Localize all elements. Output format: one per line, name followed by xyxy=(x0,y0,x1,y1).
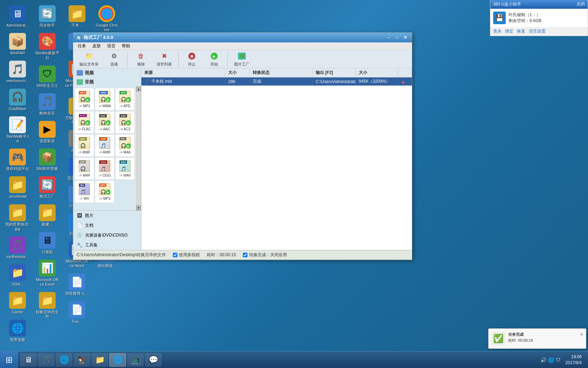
menu-task[interactable]: 任务 xyxy=(75,42,89,50)
format-amr[interactable]: AMR 🎵 -> AMR xyxy=(95,134,114,157)
status-multithread[interactable]: 使用多线程 xyxy=(173,252,200,258)
desktop-icon-chrome[interactable]: 🌐 Google Chrome xyxy=(93,4,121,34)
taskbar-task-manager[interactable]: 🖥 xyxy=(20,353,37,367)
taskbar-tray: 🔊 🌐 🛡 xyxy=(540,357,561,363)
taskbar-message[interactable]: 💬 xyxy=(145,353,162,367)
menu-skin[interactable]: 皮肤 xyxy=(90,42,104,50)
tools-panel[interactable]: 🔧 工具集 xyxy=(73,240,141,250)
multithread-checkbox[interactable] xyxy=(173,253,177,257)
clear-list-button[interactable]: ✖ 清空列表 xyxy=(153,50,175,68)
col-outsize-header: 大小 xyxy=(356,68,398,77)
format-wav[interactable]: WAV 🎵 -> WAV xyxy=(115,157,135,180)
desktop-icon-voa[interactable]: 📁 VOA... xyxy=(4,263,31,288)
maximize-button[interactable]: □ xyxy=(393,34,401,41)
notification-close[interactable]: × xyxy=(580,332,583,337)
format-scrollbar[interactable]: ▲ ▼ xyxy=(136,87,141,210)
usb-btn-bind[interactable]: 绑定 xyxy=(505,28,513,34)
tools-panel-icon: 🔧 xyxy=(76,241,83,248)
usb-helper-close[interactable]: 关闭 xyxy=(576,1,585,7)
file-row-sakura[interactable]: 🎵 千本桜.mid 29K 完成 C:\Users\Administrator\… xyxy=(141,77,412,86)
desktop-icon-broadband[interactable]: 🌐 宽带连接 xyxy=(4,318,31,344)
multithread-label: 使用多线程 xyxy=(179,252,200,258)
toolbar-sep-1 xyxy=(127,52,128,66)
desktop-icon-format-factory[interactable]: 🔄 格式工厂 xyxy=(33,175,61,200)
minimize-button[interactable]: ─ xyxy=(385,34,392,41)
taskbar-chrome[interactable]: 🌐 xyxy=(109,353,126,367)
desktop-icon-xunlei[interactable]: ▶ 迅雷影音 xyxy=(33,119,61,145)
format-mp3-2[interactable]: MP3 🎧 ▶ -> MP3 xyxy=(95,180,114,203)
format-ac3[interactable]: AAC 🎧 ▶ -> AC3 xyxy=(115,111,135,134)
desktop-icon-skinme[interactable]: 🎨 SkinMe换肤平台 xyxy=(33,31,61,62)
desktop-icon-fus[interactable]: 📄 Fus... xyxy=(63,300,91,326)
desktop-icon-kugou[interactable]: 🎵 酷狗音乐 xyxy=(33,91,61,117)
desktop-icon-accelerate[interactable]: 📁 .accelerate xyxy=(4,175,31,200)
image-factory-button[interactable]: 🌿 图片工厂 xyxy=(231,50,253,68)
format-wma[interactable]: WMA 🎧 ▶ -> WMA xyxy=(95,88,114,110)
usb-btn-settings[interactable]: 语言设置 xyxy=(529,28,546,34)
tray-network[interactable]: 🌐 xyxy=(548,357,554,363)
desktop-icon-admin[interactable]: 🖥 Administrat... xyxy=(4,4,31,29)
scrollbar-up[interactable]: ▲ xyxy=(136,87,141,91)
desktop-icon-overture-mid[interactable]: 🎵 overturecm... xyxy=(4,59,31,85)
format-scroll-container: MP3 🎧 ▶ -> MP3 WMA xyxy=(73,87,141,210)
desktop-icon-sakura[interactable]: 📁 千本... xyxy=(63,4,91,29)
desktop-icon-weibo-doc[interactable]: 📄 润世微博-た... xyxy=(63,272,91,298)
scrollbar-down[interactable]: ▼ xyxy=(136,205,141,210)
format-m4a[interactable]: M4A 🎧 ▶ -> M4A xyxy=(115,134,135,157)
usb-btn-scan[interactable]: 查杀 xyxy=(493,28,502,34)
usb-btn-restore[interactable]: 恢复 xyxy=(517,28,525,34)
close-button[interactable]: ✕ xyxy=(401,34,409,41)
desktop-icon-excel[interactable]: 📊 Microsoft Office Excel xyxy=(33,258,61,288)
usb-helper-title-bar: 360 U盘小助手 关闭 xyxy=(490,0,588,9)
window-title: 格式工厂 4.0.0 xyxy=(84,34,113,41)
mp3-icon: MP3 🎧 ▶ xyxy=(77,90,91,103)
clear-label: 清空列表 xyxy=(156,62,172,67)
start-button[interactable]: ▶ 开始 xyxy=(204,50,225,68)
optical-panel[interactable]: 💿 光驱设备\DVD\CD\ISO xyxy=(73,230,141,240)
document-panel[interactable]: 📄 文档 xyxy=(73,220,141,230)
format-ape[interactable]: APE 🎧 ▶ -> APE xyxy=(115,88,135,110)
stop-button[interactable]: ⏹ 停止 xyxy=(181,50,202,68)
format-mp3[interactable]: MP3 🎧 ▶ -> MP3 xyxy=(75,88,94,110)
tray-shield[interactable]: 🛡 xyxy=(556,357,561,363)
desktop-icon-computer[interactable]: 🖥 计算机 xyxy=(33,230,61,256)
desktop-icon-360[interactable]: 🛡 360安全卫士 xyxy=(33,64,61,90)
desktop-icon-game[interactable]: 🎮 游你对战平台 xyxy=(4,147,31,173)
desktop-icon-goldwave[interactable]: 🎧 GoldWave xyxy=(4,87,31,113)
remove-button[interactable]: 🗑 移除 xyxy=(131,50,152,68)
format-ogg[interactable]: OGG 🎵 -> OGG xyxy=(95,157,114,180)
usb-helper-content: 💾 叶氏秘制（1：） 剩余空间：6.6GB xyxy=(490,9,588,27)
desktop-icon-world[interactable]: 📁 我的世界块ID.jpg xyxy=(4,203,31,233)
format-wv[interactable]: WV 🎵 -> WV xyxy=(75,180,94,203)
taskbar-network[interactable]: 🌐 xyxy=(56,353,72,367)
mmf-label: -> MMF xyxy=(78,150,91,154)
format-flac[interactable]: FLAC 🎧 ▶ -> FLAC xyxy=(75,111,94,134)
picture-panel[interactable]: 🖼 图片 xyxy=(73,211,141,220)
menu-help[interactable]: 帮助 xyxy=(119,42,133,50)
format-mmf[interactable]: MMF 🎧 -> MMF xyxy=(75,134,94,157)
desktop-icon-synthesisia[interactable]: 🎵 synthesisia... xyxy=(4,235,31,261)
taskbar-file-manager[interactable]: 📁 xyxy=(91,353,108,367)
desktop-icon-cache[interactable]: 📁 Cache xyxy=(4,290,31,316)
left-bottom-panels: 🖼 图片 📄 文档 💿 光驱设备\DVD\CD\ISO 🔧 工具集 xyxy=(73,210,141,250)
format-m4r[interactable]: M4R 🎧 -> M4R xyxy=(75,157,94,180)
start-button[interactable]: ⊞ xyxy=(0,352,18,368)
desktop-icon-new-folder[interactable]: 📁 新建... xyxy=(33,203,61,229)
desktop-icon-skinme-txt[interactable]: 📝 SkinMe账号.txt xyxy=(4,115,31,145)
menu-language[interactable]: 语言 xyxy=(104,42,118,50)
taskbar-wps[interactable]: 🦅 xyxy=(74,353,90,367)
format-aac[interactable]: AAC 🎧 ▶ -> AAC xyxy=(95,111,114,134)
desktop-icon-winrar[interactable]: 📦 WinRAR xyxy=(4,31,31,57)
file-action-cell[interactable]: ▲ xyxy=(398,78,412,86)
options-button[interactable]: ⚙ 选项 xyxy=(104,50,125,68)
taskbar-format-factory[interactable]: 🎵 xyxy=(38,353,55,367)
col-action-header xyxy=(398,68,412,77)
desktop-icon-360soft[interactable]: 📦 360软件管家 xyxy=(33,147,61,173)
format-grid-scroll[interactable]: MP3 🎧 ▶ -> MP3 WMA xyxy=(73,87,136,210)
desktop-icon-sync[interactable]: 🔄 同步助手 xyxy=(33,4,61,29)
desktop-icon-converted-files[interactable]: 📁 转换完毕的文件 xyxy=(33,290,61,321)
output-folder-button[interactable]: 📁 输出文件夹 xyxy=(76,50,102,68)
tray-speaker[interactable]: 🔊 xyxy=(540,357,546,363)
on-finish-checkbox[interactable] xyxy=(243,253,247,257)
taskbar-video[interactable]: 📺 xyxy=(127,353,144,367)
